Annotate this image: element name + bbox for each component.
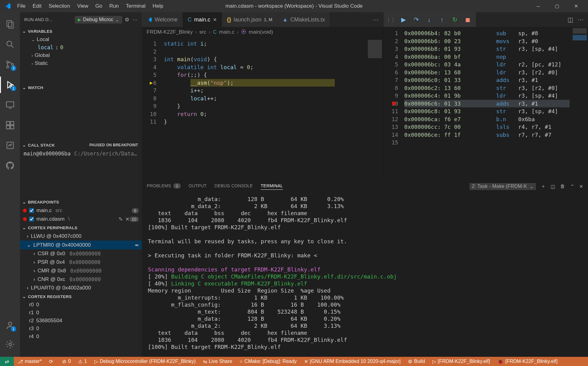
tab-overflow-icon[interactable]: ⋯ (373, 16, 379, 23)
maximize-panel-icon[interactable]: ⌃ (570, 184, 574, 189)
breakpoint-dot-icon[interactable] (392, 102, 396, 105)
status-item[interactable]: ⊘0 (58, 357, 74, 366)
new-terminal-icon[interactable]: ＋ (541, 183, 546, 190)
register-row[interactable]: r30 (20, 325, 142, 333)
peripheral-register[interactable]: ›PSR @ 0x40x00000000 (20, 258, 142, 267)
menu-terminal[interactable]: Terminal (123, 2, 149, 10)
run-debug-icon[interactable]: 1 (0, 75, 20, 94)
peripherals-section[interactable]: ⌄CORTEX PERIPHERALS (20, 223, 142, 232)
minimap[interactable] (365, 37, 383, 179)
variables-section[interactable]: ⌄VARIABLES (20, 27, 142, 35)
svg-rect-7 (6, 102, 14, 107)
breakpoint-checkbox[interactable] (29, 217, 34, 222)
status-item[interactable]: 🐞[FRDM-K22F_Blinky.elf] (494, 357, 561, 366)
stack-frame[interactable]: main@0x000006ba C:/Users/erich/Data/... (20, 149, 142, 158)
dasm-code[interactable]: 0x000006b4: 82 b0subsp, #80x000006b6: 00… (402, 27, 570, 179)
maximize-button[interactable]: ▢ (548, 0, 567, 12)
menu-run[interactable]: Run (106, 2, 122, 10)
status-item[interactable]: ⚙Build (404, 357, 429, 366)
peripheral-register[interactable]: ›CSR @ 0x00x00000000 (20, 249, 142, 258)
remove-icon[interactable]: ✕ (125, 216, 130, 222)
extensions-icon[interactable] (0, 116, 20, 135)
editor-code[interactable]: static int i;int main(void) { volatile i… (160, 37, 365, 179)
watch-section[interactable]: ⌄WATCH (20, 83, 142, 92)
menu-selection[interactable]: Selection (46, 2, 73, 10)
accounts-icon[interactable]: 1 (0, 316, 20, 335)
breakpoints-section[interactable]: ⌄BREAKPOINTS (20, 198, 142, 206)
peripheral-row[interactable]: ⌄LPTMR0 @ 0x40040000⇴ (20, 241, 142, 249)
explorer-icon[interactable] (0, 15, 20, 34)
gear-icon[interactable]: ⚙ (125, 17, 129, 23)
split-right-icon[interactable]: ◫ (567, 16, 573, 23)
peripheral-row[interactable]: ›LLWU @ 0x4007c000 (20, 232, 142, 241)
debug-config-dropdown[interactable]: ▶Debug Microc⌄ (75, 16, 122, 24)
tab-main-c[interactable]: Cmain.c✕ (183, 12, 222, 27)
settings-icon[interactable] (0, 335, 20, 354)
github-icon[interactable] (0, 156, 20, 175)
edit-icon[interactable]: ✎ (119, 216, 123, 222)
terminal-selector[interactable]: 2: Task - Make (FRDM-K⌄ (469, 183, 536, 190)
callstack-section[interactable]: ⌄CALL STACKPAUSED ON BREAKPOINT (20, 141, 142, 149)
menu-help[interactable]: Help (149, 2, 166, 10)
close-panel-icon[interactable]: ✕ (579, 184, 583, 189)
status-item[interactable]: ⎇master* (14, 357, 45, 366)
tab-output[interactable]: OUTPUT (189, 183, 207, 189)
editor-gutter[interactable]: 1234567891011 (142, 37, 160, 179)
menu-view[interactable]: View (74, 2, 92, 10)
grip-icon[interactable]: ⋮⋮ (386, 17, 395, 23)
scope-global[interactable]: ›Global (20, 51, 142, 59)
register-row[interactable]: r10 (20, 309, 142, 317)
minimap-dasm[interactable] (570, 27, 588, 179)
register-row[interactable]: r00 (20, 301, 142, 309)
terminal-output[interactable]: m_data: 128 B 64 KB 0.20% m_data_2: 2 KB… (142, 193, 588, 357)
status-item[interactable]: ○CMake: [Debug]: Ready (236, 357, 300, 366)
tab-problems[interactable]: PROBLEMS1 (147, 183, 181, 190)
register-row[interactable]: r40 (20, 333, 142, 341)
close-button[interactable]: ✕ (567, 0, 586, 12)
status-item[interactable]: ▷Debug Microcontroller (FRDM-K22F_Blinky… (91, 357, 199, 366)
tab-welcome[interactable]: Welcome (142, 12, 183, 27)
status-item[interactable]: ▷[FRDM-K22F_Blinky.elf] (429, 357, 494, 366)
tab-cmakelists-tx[interactable]: ▲CMakeLists.tx (277, 12, 330, 27)
tab-debug-console[interactable]: DEBUG CONSOLE (215, 183, 253, 189)
step-out-button[interactable]: ↑ (436, 14, 448, 25)
peripheral-register[interactable]: ›CMR @ 0x80x00000000 (20, 267, 142, 275)
stop-button[interactable]: ◼ (462, 14, 473, 25)
scope-static[interactable]: ›Static (20, 59, 142, 67)
step-over-button[interactable]: ↷ (410, 14, 422, 25)
registers-section[interactable]: ⌄CORTEX REGISTERS (20, 292, 142, 301)
var-local[interactable]: local: 0 (20, 43, 142, 51)
peripheral-register[interactable]: ›CNR @ 0xc0x00000000 (20, 275, 142, 284)
kill-terminal-icon[interactable]: 🗑 (560, 184, 565, 189)
split-terminal-icon[interactable]: ◫ (551, 184, 555, 189)
tab-launch-json[interactable]: {}launch.json1, M (222, 12, 277, 27)
continue-button[interactable]: ▶ (398, 14, 409, 25)
peripheral-row[interactable]: ›LPUART0 @ 0x4002a000 (20, 284, 142, 292)
menu-file[interactable]: File (14, 2, 28, 10)
tab-terminal[interactable]: TERMINAL (261, 183, 283, 190)
scope-local[interactable]: ⌄Local (20, 35, 142, 43)
step-into-button[interactable]: ↓ (423, 14, 435, 25)
close-tab-icon[interactable]: ✕ (213, 17, 217, 23)
scm-icon[interactable]: 3 (0, 55, 20, 74)
remote-indicator[interactable]: ⇄ (0, 357, 14, 366)
breakpoint-row[interactable]: main.cdasm\ ✎✕ 10 (20, 215, 142, 223)
restart-button[interactable]: ↻ (449, 14, 461, 25)
status-item[interactable]: ⚠1 (74, 357, 91, 366)
search-icon[interactable] (0, 35, 20, 54)
breakpoint-checkbox[interactable] (29, 208, 34, 213)
inspector-icon[interactable] (0, 136, 20, 155)
more-icon[interactable]: ⋯ (578, 16, 584, 23)
status-item[interactable]: ✕[GNU ARM Embedded 10 2020-q4-major] (300, 357, 404, 366)
remote-explorer-icon[interactable] (0, 95, 20, 114)
minimize-button[interactable]: ─ (529, 0, 548, 12)
status-item[interactable]: ⇆Live Share (199, 357, 236, 366)
breadcrumb[interactable]: FRDM-K22F_Blinky› src› C main.c› ⦿ main(… (142, 27, 383, 37)
menu-edit[interactable]: Edit (29, 2, 44, 10)
register-row[interactable]: r2536805504 (20, 317, 142, 325)
pin-icon[interactable]: ⇴ (135, 242, 139, 248)
status-item[interactable]: ⟳ (45, 357, 58, 366)
more-icon[interactable]: ⋯ (132, 17, 138, 23)
breakpoint-row[interactable]: main.csrc 6 (20, 206, 142, 215)
menu-go[interactable]: Go (92, 2, 105, 10)
